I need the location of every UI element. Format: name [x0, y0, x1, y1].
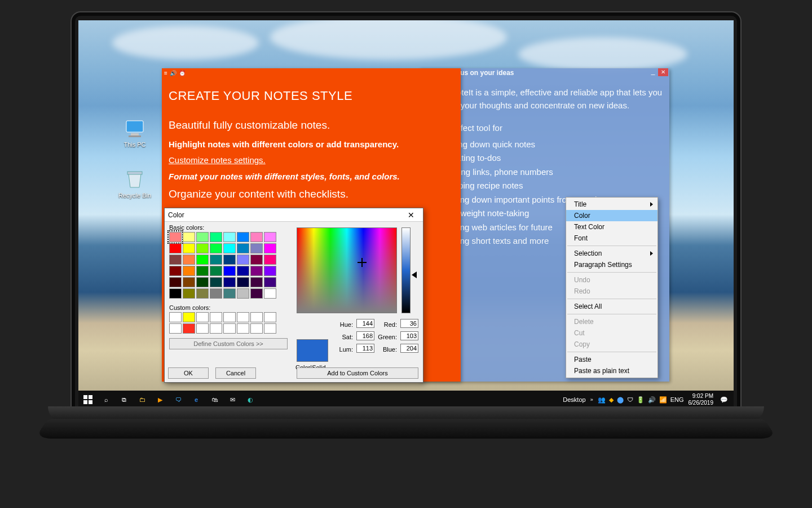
menu-item[interactable]: Paragraph Settings: [566, 259, 657, 270]
color-swatch[interactable]: [264, 266, 276, 276]
color-swatch[interactable]: [210, 232, 222, 242]
color-swatch[interactable]: [250, 323, 263, 334]
app-button[interactable]: ◐: [244, 393, 257, 406]
menu-item[interactable]: Title: [566, 199, 657, 210]
color-swatch[interactable]: [210, 255, 222, 265]
color-swatch[interactable]: [169, 266, 182, 276]
chevron-icon[interactable]: »: [590, 397, 593, 402]
file-explorer-button[interactable]: 🗀: [136, 393, 148, 406]
color-swatch[interactable]: [183, 243, 195, 253]
color-swatch[interactable]: [223, 288, 236, 299]
color-swatch[interactable]: [250, 255, 263, 265]
color-dialog[interactable]: Color ✕ Basic colors: Custom colors: Def…: [164, 208, 423, 383]
search-button[interactable]: ⌕: [100, 393, 112, 406]
action-center-button[interactable]: 💬: [718, 393, 730, 406]
color-swatch[interactable]: [237, 323, 249, 334]
color-swatch[interactable]: [264, 312, 276, 322]
color-swatch[interactable]: [237, 255, 249, 265]
color-swatch[interactable]: [223, 277, 236, 287]
color-swatch[interactable]: [237, 232, 249, 242]
color-swatch[interactable]: [196, 312, 209, 322]
luminance-slider[interactable]: [401, 227, 411, 313]
sound-icon[interactable]: 🔊: [170, 70, 176, 76]
color-swatch[interactable]: [196, 232, 209, 242]
color-swatch[interactable]: [183, 323, 195, 334]
color-swatch[interactable]: [210, 288, 222, 299]
cancel-button[interactable]: Cancel: [215, 367, 256, 379]
color-swatch[interactable]: [196, 323, 209, 334]
tray-icon[interactable]: ◆: [609, 396, 614, 404]
sat-input[interactable]: [356, 331, 374, 340]
system-tray[interactable]: 👥 ◆ ⬤ 🛡 🔋 🔊 📶 ENG: [598, 396, 684, 404]
color-swatch[interactable]: [223, 232, 236, 242]
mail-button[interactable]: ✉: [226, 393, 239, 406]
color-swatch[interactable]: [183, 255, 195, 265]
color-swatch[interactable]: [183, 232, 195, 242]
menu-icon[interactable]: ≡: [164, 70, 167, 76]
tray-icon[interactable]: ⬤: [617, 396, 624, 404]
app-button[interactable]: 🗨: [172, 393, 184, 406]
color-swatch[interactable]: [183, 266, 195, 276]
menu-item[interactable]: Paste: [566, 354, 657, 365]
menu-item[interactable]: Text Color: [566, 221, 657, 233]
color-swatch[interactable]: [264, 243, 276, 253]
desktop-icon-recycle-bin[interactable]: Recycle Bin: [113, 167, 156, 199]
tray-icon[interactable]: 🛡: [627, 396, 633, 403]
color-swatch[interactable]: [169, 323, 182, 334]
note-titlebar[interactable]: ≡ 🔊 ⏰: [162, 68, 461, 77]
color-swatch[interactable]: [223, 323, 236, 334]
minimize-button[interactable]: _: [648, 68, 658, 76]
media-player-button[interactable]: ▶: [154, 393, 166, 406]
color-swatch[interactable]: [250, 266, 263, 276]
color-swatch[interactable]: [237, 312, 249, 322]
battery-icon[interactable]: 🔋: [637, 396, 645, 404]
blue-input[interactable]: [400, 344, 418, 353]
color-swatch[interactable]: [210, 243, 222, 253]
menu-item[interactable]: Select All: [566, 301, 657, 312]
taskbar-clock[interactable]: 9:02 PM 6/26/2019: [689, 393, 714, 406]
color-swatch[interactable]: [237, 288, 249, 299]
color-swatch[interactable]: [223, 243, 236, 253]
close-button[interactable]: ✕: [658, 68, 668, 76]
ok-button[interactable]: OK: [168, 367, 209, 379]
color-swatch[interactable]: [250, 243, 263, 253]
alarm-icon[interactable]: ⏰: [179, 70, 186, 76]
menu-item[interactable]: Paste as plain text: [566, 365, 657, 376]
dialog-titlebar[interactable]: Color ✕: [165, 208, 423, 222]
task-view-button[interactable]: ⧉: [118, 393, 130, 406]
edge-button[interactable]: e: [190, 393, 202, 406]
color-swatch[interactable]: [196, 277, 209, 287]
hue-input[interactable]: [356, 319, 374, 328]
color-swatch[interactable]: [264, 323, 276, 334]
color-swatch[interactable]: [169, 288, 182, 299]
color-swatch[interactable]: [210, 323, 222, 334]
color-swatch[interactable]: [250, 277, 263, 287]
color-swatch[interactable]: [183, 288, 195, 299]
color-swatch[interactable]: [250, 288, 263, 299]
color-swatch[interactable]: [169, 232, 182, 242]
desktop-icon-this-pc[interactable]: This PC: [113, 116, 156, 148]
menu-item[interactable]: Color: [566, 210, 657, 221]
color-swatch[interactable]: [237, 243, 249, 253]
store-button[interactable]: 🛍: [208, 393, 220, 406]
context-menu[interactable]: TitleColorText ColorFontSelectionParagra…: [566, 197, 658, 378]
wifi-icon[interactable]: 📶: [659, 396, 667, 404]
color-swatch[interactable]: [169, 255, 182, 265]
color-swatch[interactable]: [210, 266, 222, 276]
add-to-custom-button[interactable]: Add to Custom Colors: [297, 367, 418, 379]
color-swatch[interactable]: [169, 312, 182, 322]
color-swatch[interactable]: [237, 266, 249, 276]
start-button[interactable]: [82, 393, 94, 406]
color-swatch[interactable]: [196, 243, 209, 253]
color-swatch[interactable]: [183, 277, 195, 287]
note-body[interactable]: CREATE YOUR NOTES STYLE Beautiful fully …: [162, 77, 461, 209]
color-swatch[interactable]: [264, 255, 276, 265]
color-swatch[interactable]: [237, 277, 249, 287]
color-swatch[interactable]: [183, 312, 195, 322]
color-swatch[interactable]: [264, 277, 276, 287]
color-swatch[interactable]: [196, 288, 209, 299]
close-button[interactable]: ✕: [403, 209, 420, 221]
red-input[interactable]: [400, 319, 418, 328]
menu-item[interactable]: Font: [566, 233, 657, 244]
color-swatch[interactable]: [196, 266, 209, 276]
